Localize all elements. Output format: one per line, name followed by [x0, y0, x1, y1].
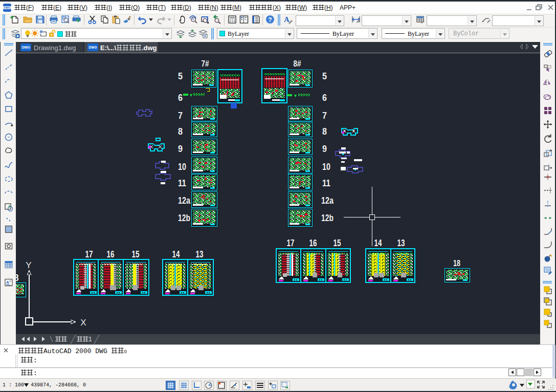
svg-text:7: 7	[178, 110, 183, 121]
svg-text:10: 10	[178, 161, 186, 172]
svg-text:17: 17	[287, 237, 295, 248]
svg-text:8#: 8#	[294, 59, 301, 68]
svg-text:16: 16	[107, 249, 115, 259]
svg-text:?: ?	[268, 16, 272, 24]
svg-text:15: 15	[132, 249, 140, 259]
svg-text:5: 5	[178, 71, 183, 81]
svg-text:6: 6	[178, 92, 183, 103]
svg-text:16: 16	[309, 237, 317, 248]
svg-text:7#: 7#	[202, 59, 209, 68]
svg-text:6: 6	[322, 92, 327, 103]
svg-text:9: 9	[178, 143, 183, 154]
svg-text:13: 13	[196, 249, 204, 259]
svg-text:5: 5	[322, 71, 327, 81]
svg-text:12b: 12b	[321, 212, 333, 223]
svg-text:7: 7	[322, 110, 327, 121]
svg-text:13: 13	[397, 237, 405, 248]
svg-text:X: X	[80, 318, 86, 328]
svg-text:12a: 12a	[178, 195, 190, 206]
svg-text:12a: 12a	[321, 195, 333, 206]
svg-text:15: 15	[333, 237, 341, 248]
svg-text:14: 14	[374, 237, 382, 248]
svg-text:11: 11	[178, 178, 186, 188]
svg-text:18: 18	[453, 258, 460, 268]
svg-text:Y: Y	[26, 260, 31, 270]
svg-text:10: 10	[322, 161, 330, 172]
svg-text:9: 9	[322, 143, 327, 154]
svg-text:8: 8	[178, 126, 183, 137]
svg-text:8: 8	[322, 126, 327, 137]
svg-text:12b: 12b	[178, 212, 190, 223]
svg-text:A: A	[6, 280, 9, 285]
svg-text:17: 17	[85, 249, 93, 259]
svg-text:8: 8	[16, 272, 19, 283]
svg-text:A: A	[284, 15, 290, 24]
svg-text:11: 11	[322, 178, 330, 188]
svg-text:14: 14	[172, 249, 180, 259]
